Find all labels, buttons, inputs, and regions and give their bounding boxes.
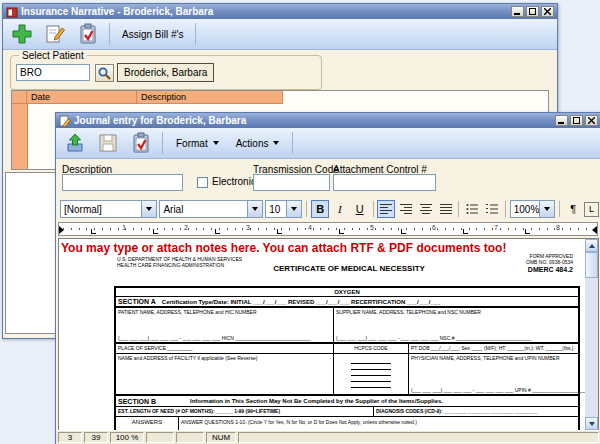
insurance-app-icon: [6, 6, 18, 18]
font-combo[interactable]: Arial: [159, 200, 263, 218]
ruler-number: 1: [122, 224, 126, 231]
journal-entry-window: Journal entry for Broderick, Barbara: [55, 112, 600, 444]
ruler[interactable]: 1 2 3 4 5 6 7 8: [58, 222, 598, 236]
patient-cell: PATIENT NAME, ADDRESS, TELEPHONE and HIC…: [116, 308, 334, 342]
ruler-number: 6: [432, 224, 436, 231]
italic-button[interactable]: I: [331, 200, 349, 218]
selected-patient-button[interactable]: Broderick, Barbara: [117, 63, 214, 82]
journal-titlebar[interactable]: Journal entry for Broderick, Barbara: [56, 113, 600, 128]
physician-cell: PHYSICIAN NAME, ADDRESS, TELEPHONE and U…: [409, 354, 578, 394]
save-button[interactable]: [93, 130, 123, 156]
select-patient-group: Select Patient Broderick, Barbara: [10, 55, 322, 90]
bold-button[interactable]: B: [311, 200, 329, 218]
electronic-label: Electronic: [212, 176, 256, 187]
search-button[interactable]: [95, 64, 114, 82]
minimize-icon[interactable]: [555, 115, 568, 126]
patient-search-input[interactable]: [16, 64, 90, 81]
tab-stop-icon[interactable]: [463, 229, 468, 234]
import-button[interactable]: [60, 130, 90, 156]
size-value: 10: [266, 204, 286, 215]
scroll-down-icon[interactable]: [585, 417, 598, 430]
physician-phone-line: (___ ___ ___) ___ ___ ___ - ___ ___ ___ …: [411, 387, 599, 393]
status-numlock: NUM: [206, 432, 236, 443]
grid-col-date[interactable]: Date: [27, 91, 137, 104]
hcpcs-header-cell: HCPCS CODE: [334, 344, 409, 353]
bullet-list-button[interactable]: [463, 200, 481, 218]
align-center-button[interactable]: [417, 200, 435, 218]
ruler-number: 8: [556, 224, 560, 231]
supplier-label: SUPPLIER NAME, ADDRESS, TELEPHONE and NS…: [336, 309, 576, 315]
numbered-list-button[interactable]: [483, 200, 501, 218]
close-icon[interactable]: [585, 115, 598, 126]
assign-bill-button[interactable]: Assign Bill #'s: [116, 29, 189, 40]
insurance-toolbar: Assign Bill #'s: [3, 19, 557, 50]
align-left-button[interactable]: [377, 200, 395, 218]
cmn-form-table: OXYGEN SECTION A Certification Type/Date…: [114, 286, 580, 431]
tab-stop-icon[interactable]: [215, 229, 220, 234]
electronic-checkbox[interactable]: [197, 177, 208, 188]
add-button[interactable]: [7, 21, 37, 47]
chevron-down-icon[interactable]: [141, 201, 156, 217]
post-button[interactable]: [73, 21, 103, 47]
align-right-button[interactable]: [397, 200, 415, 218]
tab-style-button[interactable]: L: [584, 202, 599, 217]
align-left-icon: [380, 204, 392, 214]
actions-menu[interactable]: Actions: [229, 131, 287, 155]
toolbar-separator: [195, 23, 196, 45]
selected-patient-name: Broderick, Barbara: [124, 67, 207, 78]
font-value: Arial: [160, 204, 247, 215]
align-justify-button[interactable]: [437, 200, 455, 218]
tab-stop-icon[interactable]: [401, 229, 406, 234]
tab-stop-icon[interactable]: [339, 229, 344, 234]
grid-col-description[interactable]: Description: [137, 91, 283, 104]
scrollbar-thumb[interactable]: [585, 252, 598, 278]
supplier-phone-line: (___ ___ ___) ___ ___ ___ - ___ ___ ___ …: [336, 335, 531, 341]
maximize-icon[interactable]: [570, 115, 583, 126]
tab-stop-icon[interactable]: [525, 229, 530, 234]
oxygen-row: OXYGEN: [116, 288, 578, 297]
close-icon[interactable]: [541, 6, 554, 17]
clipboard-check-icon: [130, 132, 152, 154]
diagnosis-cell: DIAGNOSIS CODES (ICD-9): ________ ______…: [374, 407, 578, 416]
style-combo[interactable]: [Normal]: [60, 200, 157, 218]
align-justify-icon: [440, 204, 452, 214]
minimize-icon[interactable]: [511, 6, 524, 17]
transmission-code-input[interactable]: [253, 174, 330, 191]
answers-text-cell: ANSWER QUESTIONS 1-10. (Circle Y for Yes…: [179, 417, 578, 431]
section-a-row: SECTION A Certification Type/Date: INITI…: [116, 297, 578, 308]
est-length-cell: EST. LENGTH OF NEED (# OF MONTHS): _____…: [116, 407, 374, 416]
physician-label: PHYSICIAN NAME, ADDRESS, TELEPHONE and U…: [411, 355, 576, 361]
insurance-titlebar[interactable]: Insurance Narrative - Broderick, Barbara: [3, 4, 557, 19]
format-separator: [306, 201, 307, 217]
description-input[interactable]: [62, 174, 183, 191]
maximize-icon[interactable]: [526, 6, 539, 17]
size-combo[interactable]: 10: [265, 200, 302, 218]
underline-button[interactable]: U: [351, 200, 369, 218]
ruler-number: 4: [308, 224, 312, 231]
search-icon: [97, 66, 112, 81]
chevron-down-icon[interactable]: [286, 201, 301, 217]
place-of-service-row: PLACE OF SERVICE _________ HCPCS CODE PT…: [116, 344, 578, 354]
grid-row-gutter: [12, 104, 28, 169]
document-scrollbar[interactable]: [585, 239, 598, 430]
form-approved-block: FORM APPROVED OMB NO. 0938-0534 DMERC 48…: [526, 253, 573, 274]
zoom-combo[interactable]: 100%: [510, 200, 556, 218]
grid-header: Date Description: [12, 91, 548, 104]
section-b-label: SECTION B: [116, 398, 190, 405]
edit-button[interactable]: [40, 21, 70, 47]
tab-stop-icon[interactable]: [91, 229, 96, 234]
format-menu[interactable]: Format: [169, 131, 226, 155]
ruler-ticks: [63, 228, 593, 230]
post-button[interactable]: [126, 130, 156, 156]
chevron-down-icon[interactable]: [539, 201, 554, 217]
tab-stop-icon[interactable]: [277, 229, 282, 234]
document-area[interactable]: You may type or attach notes here. You c…: [58, 238, 599, 431]
show-marks-button[interactable]: ¶: [564, 200, 582, 218]
tab-stop-icon[interactable]: [153, 229, 158, 234]
import-arrow-icon: [64, 132, 86, 154]
answers-label-cell: ANSWERS: [116, 417, 179, 431]
chevron-down-icon: [273, 141, 279, 145]
attachment-control-input[interactable]: [333, 174, 436, 191]
chevron-down-icon[interactable]: [247, 201, 262, 217]
scroll-up-icon[interactable]: [585, 239, 598, 252]
